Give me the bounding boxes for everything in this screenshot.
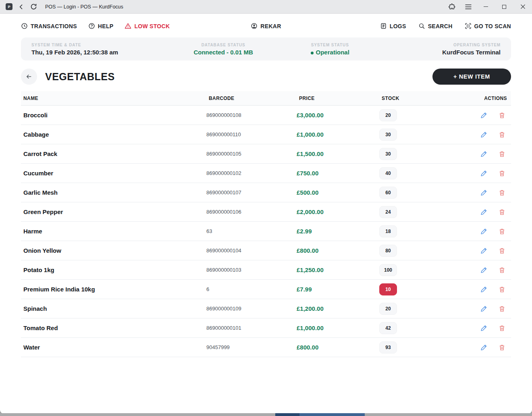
close-button[interactable] xyxy=(513,0,532,14)
delete-item-button[interactable] xyxy=(499,344,505,351)
hamburger-menu-icon xyxy=(464,3,472,11)
item-barcode: 63 xyxy=(206,228,297,234)
new-item-button[interactable]: + NEW ITEM xyxy=(432,69,511,85)
delete-item-button[interactable] xyxy=(499,266,505,274)
delete-item-button[interactable] xyxy=(499,208,505,216)
status-database-value: Connected - 0.01 MB xyxy=(193,49,253,56)
table-row: Tomato Red 869000000101 £1,000.00 42 xyxy=(21,318,511,338)
header-price: PRICE xyxy=(297,96,379,101)
pencil-edit-icon xyxy=(480,170,487,177)
maximize-button[interactable] xyxy=(495,0,513,14)
edit-item-button[interactable] xyxy=(480,131,487,138)
nav-go-to-scan[interactable]: GO TO SCAN xyxy=(465,23,511,29)
item-name: Garlic Mesh xyxy=(21,189,206,196)
item-barcode: 6 xyxy=(206,286,297,292)
item-name: Cucumber xyxy=(21,170,206,177)
delete-item-button[interactable] xyxy=(499,247,505,254)
warning-icon xyxy=(125,23,131,29)
minimize-button[interactable] xyxy=(476,0,495,14)
item-price: £2,000.00 xyxy=(297,208,379,215)
header-name: NAME xyxy=(21,96,206,101)
item-name: Cabbage xyxy=(21,131,206,138)
delete-item-button[interactable] xyxy=(499,189,505,196)
edit-item-button[interactable] xyxy=(480,189,487,196)
table-row: Onion Yellow 869000000104 £800.00 80 xyxy=(21,241,511,260)
browser-titlebar: P POS — Login - POS — KurdFocus xyxy=(0,0,532,14)
item-barcode: 869000000102 xyxy=(206,170,297,176)
edit-item-button[interactable] xyxy=(480,208,487,216)
arrow-left-icon xyxy=(25,73,33,80)
pencil-edit-icon xyxy=(480,344,487,351)
logs-icon xyxy=(380,23,387,29)
table-row: Water 90457999 £800.00 93 xyxy=(21,338,511,357)
item-price: £1,500.00 xyxy=(297,150,379,157)
nav-help[interactable]: HELP xyxy=(88,23,114,29)
stock-badge: 93 xyxy=(379,341,397,354)
table-row: Garlic Mesh 869000000107 £500.00 60 xyxy=(21,183,511,202)
item-name: Harme xyxy=(21,228,206,235)
header-stock: STOCK xyxy=(379,96,440,101)
status-os-section: OPERATING SYSTEM KurdFocus Terminal xyxy=(383,43,501,56)
app-content: TRANSACTIONS HELP LOW STOCK REKAR LOGS xyxy=(0,14,532,414)
status-system-label: SYSTEM STATUS xyxy=(311,43,349,47)
item-price: £750.00 xyxy=(297,170,379,177)
taskbar-segment xyxy=(275,413,299,416)
trash-delete-icon xyxy=(499,266,505,274)
user-icon xyxy=(251,23,258,29)
pencil-edit-icon xyxy=(480,266,487,274)
item-barcode: 869000000106 xyxy=(206,209,297,215)
status-dot-icon xyxy=(311,52,314,54)
edit-item-button[interactable] xyxy=(480,247,487,254)
item-price: £500.00 xyxy=(297,189,379,196)
delete-item-button[interactable] xyxy=(499,324,505,332)
item-barcode: 869000000103 xyxy=(206,267,297,273)
delete-item-button[interactable] xyxy=(499,286,505,293)
page-header: VEGETABLES + NEW ITEM xyxy=(21,69,511,85)
browser-menu-button[interactable] xyxy=(460,0,476,14)
edit-item-button[interactable] xyxy=(480,228,487,235)
stock-badge: 60 xyxy=(379,187,397,199)
item-price: £800.00 xyxy=(297,247,379,254)
item-price: £1,000.00 xyxy=(297,131,379,138)
nav-logs[interactable]: LOGS xyxy=(380,23,406,29)
edit-item-button[interactable] xyxy=(480,266,487,274)
status-os-value: KurdFocus Terminal xyxy=(442,49,501,56)
item-price: £1,000.00 xyxy=(297,324,379,331)
stock-badge: 40 xyxy=(379,167,397,179)
edit-item-button[interactable] xyxy=(480,286,487,293)
edit-item-button[interactable] xyxy=(480,324,487,332)
item-name: Broccoli xyxy=(21,112,206,119)
status-system-value: Operational xyxy=(316,49,349,56)
delete-item-button[interactable] xyxy=(499,305,505,312)
status-os-label: OPERATING SYSTEM xyxy=(453,43,501,47)
maximize-icon xyxy=(502,5,506,9)
nav-user[interactable]: REKAR xyxy=(251,23,281,29)
status-database-label: DATABASE STATUS xyxy=(202,43,245,47)
edit-item-button[interactable] xyxy=(480,112,487,119)
back-button[interactable] xyxy=(21,69,37,85)
stock-badge: 30 xyxy=(379,129,397,141)
status-time-label: SYSTEM TIME & DATE xyxy=(31,43,170,47)
delete-item-button[interactable] xyxy=(499,228,505,235)
nav-transactions[interactable]: TRANSACTIONS xyxy=(21,23,77,29)
stock-badge: 80 xyxy=(379,245,397,257)
delete-item-button[interactable] xyxy=(499,170,505,177)
nav-low-stock[interactable]: LOW STOCK xyxy=(125,23,170,29)
nav-search[interactable]: SEARCH xyxy=(418,23,453,29)
item-price: £1,200.00 xyxy=(297,305,379,312)
nav-logs-label: LOGS xyxy=(390,23,406,29)
trash-delete-icon xyxy=(499,189,505,196)
extensions-button[interactable] xyxy=(444,0,460,14)
item-price: £800.00 xyxy=(297,344,379,351)
edit-item-button[interactable] xyxy=(480,344,487,351)
delete-item-button[interactable] xyxy=(499,131,505,138)
delete-item-button[interactable] xyxy=(499,112,505,119)
edit-item-button[interactable] xyxy=(480,170,487,177)
edit-item-button[interactable] xyxy=(480,150,487,158)
edit-item-button[interactable] xyxy=(480,305,487,312)
browser-reload-button[interactable] xyxy=(30,3,37,10)
browser-back-button[interactable] xyxy=(18,4,25,10)
item-price: £3,000.00 xyxy=(297,112,379,119)
header-barcode: BARCODE xyxy=(206,96,297,101)
delete-item-button[interactable] xyxy=(499,150,505,158)
